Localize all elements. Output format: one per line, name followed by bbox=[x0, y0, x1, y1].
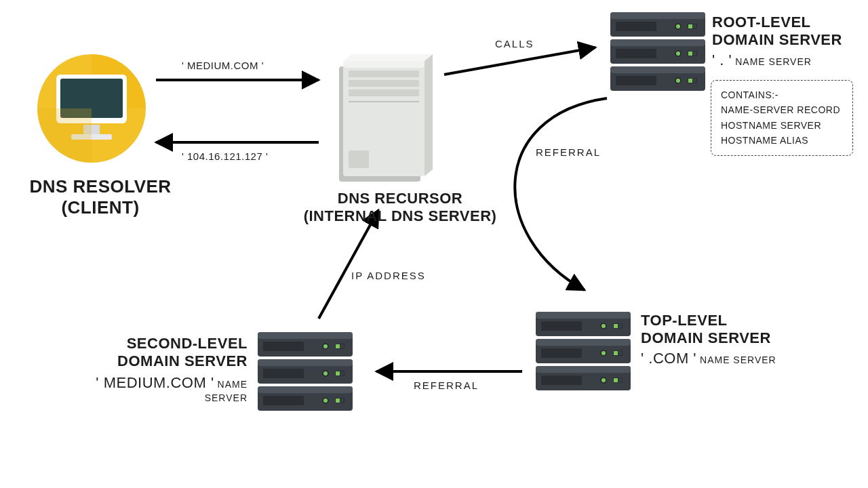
root-ns-suffix: NAME SERVER bbox=[735, 56, 812, 67]
svg-rect-19 bbox=[349, 150, 369, 168]
tld-ns-suffix: NAME SERVER bbox=[700, 354, 776, 365]
root-title-line1: ROOT-LEVEL bbox=[712, 14, 842, 31]
edge-referral1-label: REFERRAL bbox=[536, 146, 601, 158]
client-title: DNS RESOLVER (CLIENT) bbox=[12, 176, 189, 218]
root-contains-line-2: HOSTNAME ALIAS bbox=[721, 133, 843, 148]
edge-ipaddr-label: IP ADDRESS bbox=[351, 270, 426, 281]
sld-title-line2: DOMAIN SERVER bbox=[71, 352, 248, 370]
root-title-line2: DOMAIN SERVER bbox=[712, 31, 842, 49]
svg-rect-18 bbox=[349, 89, 419, 96]
diagram-svg bbox=[0, 0, 868, 488]
edge-answer-label: ' 104.16.121.127 ' bbox=[182, 150, 268, 162]
svg-rect-16 bbox=[349, 70, 419, 77]
client-title-line2: (CLIENT) bbox=[61, 197, 139, 218]
recursor-icon bbox=[339, 54, 433, 182]
svg-rect-15 bbox=[343, 61, 425, 68]
sld-title-line1: SECOND-LEVEL bbox=[71, 335, 248, 352]
recursor-title-line2: (INTERNAL DNS SERVER) bbox=[304, 207, 497, 224]
root-contains-box: CONTAINS:- NAME-SERVER RECORD HOSTNAME S… bbox=[711, 80, 853, 156]
svg-marker-21 bbox=[343, 54, 433, 61]
sld-namespace: ' MEDIUM.COM ' bbox=[96, 374, 214, 391]
root-title: ROOT-LEVEL DOMAIN SERVER ' . ' NAME SERV… bbox=[712, 14, 842, 69]
client-title-line1: DNS RESOLVER bbox=[29, 176, 171, 197]
root-server-icon bbox=[610, 12, 705, 91]
edge-calls-label: CALLS bbox=[495, 38, 534, 49]
tld-namespace: ' .COM ' bbox=[641, 350, 696, 367]
svg-rect-17 bbox=[349, 80, 419, 87]
root-contains-line-1: HOSTNAME SERVER bbox=[721, 118, 843, 133]
sld-title: SECOND-LEVEL DOMAIN SERVER ' MEDIUM.COM … bbox=[71, 335, 248, 404]
edge-query-label: ' MEDIUM.COM ' bbox=[182, 60, 264, 71]
arrow-sld-to-recursor bbox=[319, 210, 378, 319]
tld-title: TOP-LEVEL DOMAIN SERVER ' .COM ' NAME SE… bbox=[641, 312, 776, 367]
recursor-title-line1: DNS RECURSOR bbox=[338, 190, 462, 207]
tld-title-line2: DOMAIN SERVER bbox=[641, 329, 776, 347]
arrow-recursor-to-root bbox=[444, 47, 595, 75]
svg-marker-22 bbox=[425, 54, 433, 176]
root-contains-line-0: NAME-SERVER RECORD bbox=[721, 102, 843, 117]
sld-server-icon bbox=[258, 332, 353, 411]
edge-referral2-label: REFERRAL bbox=[414, 380, 479, 391]
arrow-root-to-tld bbox=[515, 98, 607, 290]
tld-title-line1: TOP-LEVEL bbox=[641, 312, 776, 329]
root-namespace: ' . ' bbox=[712, 52, 732, 68]
root-contains-heading: CONTAINS:- bbox=[721, 87, 843, 102]
tld-server-icon bbox=[536, 312, 631, 390]
recursor-title: DNS RECURSOR (INTERNAL DNS SERVER) bbox=[298, 190, 502, 225]
client-icon bbox=[37, 54, 146, 163]
